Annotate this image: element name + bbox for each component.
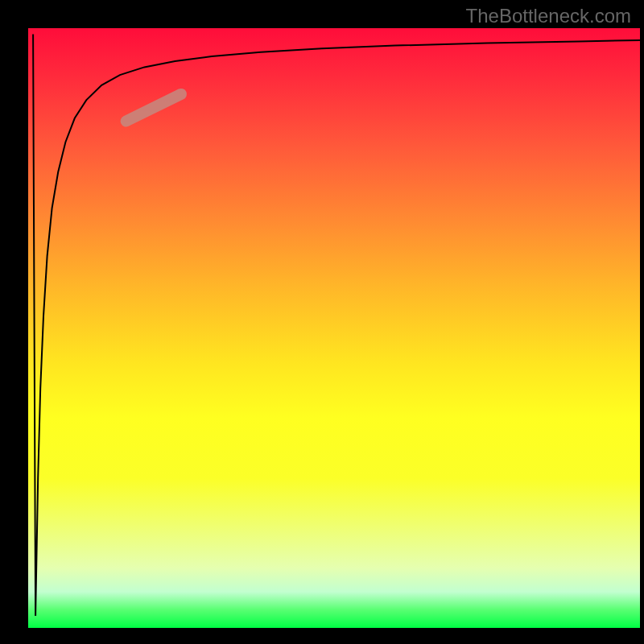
chart-svg	[28, 28, 640, 628]
highlight-segment	[126, 94, 181, 122]
watermark-text: TheBottleneck.com	[466, 5, 631, 27]
bottom-border	[0, 628, 644, 644]
right-border	[640, 0, 644, 644]
left-border	[0, 0, 28, 644]
